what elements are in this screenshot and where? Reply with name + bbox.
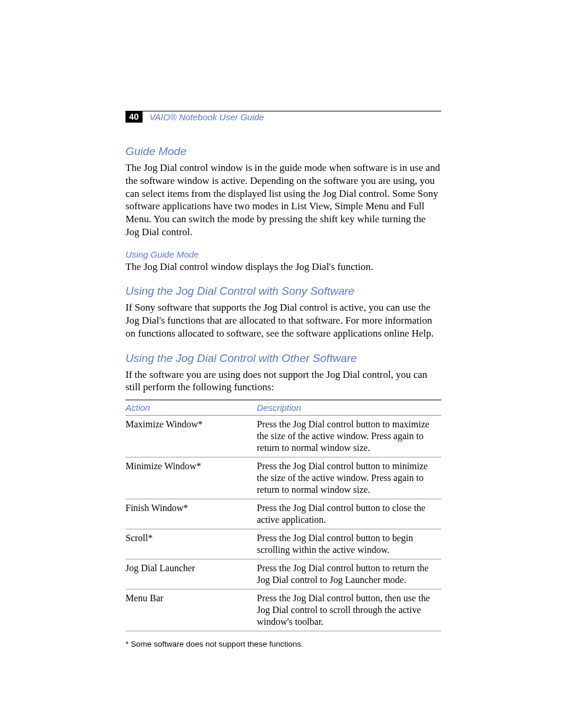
heading-sony-software: Using the Jog Dial Control with Sony Sof…: [125, 285, 441, 298]
body-other-software: If the software you are using does not s…: [125, 368, 441, 394]
header-rule: [128, 111, 441, 111]
table-row: Minimize Window* Press the Jog Dial cont…: [125, 457, 441, 499]
body-guide-mode: The Jog Dial control window is in the gu…: [125, 162, 441, 239]
subheading-using-guide-mode: Using Guide Mode: [125, 249, 441, 259]
table-row: Finish Window* Press the Jog Dial contro…: [125, 499, 441, 529]
page-header: 40 VAIO® Notebook User Guide: [125, 111, 441, 123]
cell-action: Minimize Window*: [125, 457, 257, 499]
cell-description: Press the Jog Dial control button to beg…: [257, 529, 441, 559]
guide-title: VAIO® Notebook User Guide: [150, 112, 264, 122]
table-row: Scroll* Press the Jog Dial control butto…: [125, 529, 441, 559]
cell-description: Press the Jog Dial control button to clo…: [257, 499, 441, 529]
cell-description: Press the Jog Dial control button to max…: [257, 416, 441, 457]
cell-action: Jog Dial Launcher: [125, 559, 257, 589]
cell-action: Finish Window*: [125, 499, 257, 529]
table-row: Maximize Window* Press the Jog Dial cont…: [125, 416, 441, 457]
section-sony-software: Using the Jog Dial Control with Sony Sof…: [125, 285, 441, 340]
footnote: * Some software does not support these f…: [125, 640, 441, 648]
cell-description: Press the Jog Dial control button, then …: [257, 589, 441, 631]
actions-table: Action Description Maximize Window* Pres…: [125, 400, 441, 631]
cell-description: Press the Jog Dial control button to ret…: [257, 559, 441, 589]
document-page: 40 VAIO® Notebook User Guide Guide Mode …: [0, 0, 562, 728]
section-guide-mode: Guide Mode The Jog Dial control window i…: [125, 145, 441, 273]
col-description: Description: [257, 400, 441, 416]
cell-action: Maximize Window*: [125, 416, 257, 457]
section-other-software: Using the Jog Dial Control with Other So…: [125, 352, 441, 649]
body-sony-software: If Sony software that supports the Jog D…: [125, 301, 441, 340]
cell-description: Press the Jog Dial control button to min…: [257, 457, 441, 499]
table-row: Menu Bar Press the Jog Dial control butt…: [125, 589, 441, 631]
cell-action: Menu Bar: [125, 589, 257, 631]
page-number-badge: 40: [125, 111, 143, 123]
cell-action: Scroll*: [125, 529, 257, 559]
col-action: Action: [125, 400, 257, 416]
table-header-row: Action Description: [125, 400, 441, 416]
heading-other-software: Using the Jog Dial Control with Other So…: [125, 352, 441, 365]
body-using-guide-mode: The Jog Dial control window displays the…: [125, 261, 441, 274]
heading-guide-mode: Guide Mode: [125, 145, 441, 158]
table-row: Jog Dial Launcher Press the Jog Dial con…: [125, 559, 441, 589]
